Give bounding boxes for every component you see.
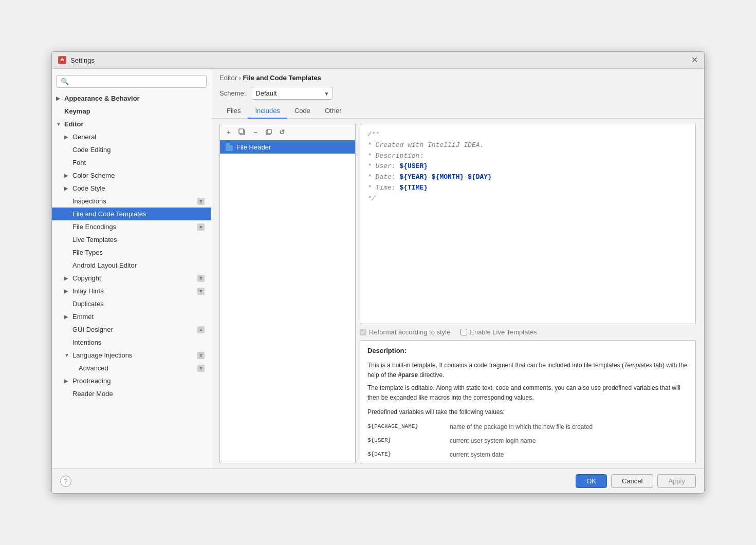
reformat-checkbox-label[interactable]: Reformat according to style bbox=[360, 328, 450, 336]
desc-var-row-package: ${PACKAGE_NAME} name of the package in w… bbox=[367, 422, 688, 432]
sidebar-item-font[interactable]: Font bbox=[52, 156, 211, 169]
sidebar-item-file-and-code-templates[interactable]: File and Code Templates bbox=[52, 208, 211, 220]
svg-rect-2 bbox=[239, 129, 244, 134]
expand-icon: ▶ bbox=[64, 378, 70, 384]
list-item-file-header-label: File Header bbox=[236, 143, 271, 151]
tab-other[interactable]: Other bbox=[318, 104, 349, 119]
dialog-title: Settings bbox=[70, 57, 95, 64]
desc-var-row-date: ${DATE} current system date bbox=[367, 450, 688, 460]
desc-var-desc-user: current user system login name bbox=[450, 436, 536, 446]
tabs-bar: Files Includes Code Other bbox=[211, 104, 704, 119]
sidebar-item-intentions[interactable]: Intentions bbox=[52, 336, 211, 349]
inlay-hints-badge: ≡ bbox=[197, 288, 205, 295]
expand-icon: ▶ bbox=[64, 185, 70, 191]
split-area: + − bbox=[211, 119, 704, 468]
description-intro: This is a built-in template. It contains… bbox=[367, 361, 688, 380]
advanced-badge: ≡ bbox=[197, 365, 205, 372]
sidebar-item-inspections[interactable]: Inspections ≡ bbox=[52, 195, 211, 208]
app-icon bbox=[58, 56, 66, 64]
scheme-select-wrapper[interactable]: Default Project ▼ bbox=[251, 87, 333, 100]
sidebar-item-proofreading[interactable]: ▶ Proofreading bbox=[52, 374, 211, 387]
duplicate-button[interactable] bbox=[263, 126, 274, 138]
live-templates-checkbox-label[interactable]: Enable Live Templates bbox=[460, 328, 537, 336]
desc-var-name-date: ${DATE} bbox=[367, 450, 439, 460]
file-encodings-badge: ≡ bbox=[197, 223, 205, 231]
options-bar: Reformat according to style Enable Live … bbox=[360, 328, 696, 336]
desc-var-desc-date: current system date bbox=[450, 450, 504, 460]
sidebar-item-gui-designer[interactable]: GUI Designer ≡ bbox=[52, 323, 211, 336]
sidebar-item-editor[interactable]: ▼ Editor bbox=[52, 118, 211, 130]
sidebar-item-android-layout-editor[interactable]: Android Layout Editor bbox=[52, 259, 211, 272]
sidebar-item-duplicates[interactable]: Duplicates bbox=[52, 297, 211, 310]
description-title: Description: bbox=[367, 346, 688, 356]
file-icon bbox=[225, 143, 233, 151]
title-bar: Settings ✕ bbox=[52, 52, 704, 69]
scheme-select[interactable]: Default Project bbox=[251, 87, 333, 100]
live-templates-label: Enable Live Templates bbox=[470, 328, 537, 336]
code-editor[interactable]: /** * Created with IntelliJ IDEA. * Desc… bbox=[360, 124, 696, 324]
main-content: Editor › File and Code Templates Scheme:… bbox=[211, 69, 704, 468]
tab-includes[interactable]: Includes bbox=[248, 104, 287, 119]
description-panel: Description: This is a built-in template… bbox=[360, 340, 696, 463]
sidebar-item-copyright[interactable]: ▶ Copyright ≡ bbox=[52, 272, 211, 285]
sidebar-item-language-injections[interactable]: ▼ Language Injections ≡ bbox=[52, 349, 211, 362]
sidebar-item-emmet[interactable]: ▶ Emmet bbox=[52, 310, 211, 323]
list-item-file-header[interactable]: File Header bbox=[220, 140, 355, 154]
add-button[interactable]: + bbox=[223, 126, 234, 138]
tab-code[interactable]: Code bbox=[287, 104, 318, 119]
expand-icon: ▶ bbox=[64, 134, 70, 140]
copy-button[interactable] bbox=[236, 126, 248, 138]
sidebar: ▶ Appearance & Behavior Keymap ▼ Editor … bbox=[52, 69, 211, 468]
expand-icon: ▼ bbox=[56, 121, 62, 127]
language-injections-badge: ≡ bbox=[197, 352, 205, 359]
reformat-checkbox[interactable] bbox=[360, 329, 366, 335]
inspections-badge: ≡ bbox=[197, 198, 205, 205]
svg-rect-4 bbox=[267, 129, 271, 134]
breadcrumb: Editor › File and Code Templates bbox=[211, 69, 704, 85]
desc-var-desc-package: name of the package in which the new fil… bbox=[450, 422, 593, 432]
sidebar-item-inlay-hints[interactable]: ▶ Inlay Hints ≡ bbox=[52, 285, 211, 297]
sidebar-item-reader-mode[interactable]: Reader Mode bbox=[52, 387, 211, 400]
sidebar-item-keymap[interactable]: Keymap bbox=[52, 105, 211, 118]
settings-dialog: Settings ✕ ▶ Appearance & Behavior Keyma… bbox=[51, 51, 705, 494]
reset-button[interactable]: ↺ bbox=[276, 126, 288, 138]
apply-button[interactable]: Apply bbox=[657, 474, 696, 488]
sidebar-item-file-types[interactable]: File Types bbox=[52, 246, 211, 259]
left-panel-toolbar: + − bbox=[220, 124, 355, 140]
expand-icon: ▶ bbox=[64, 173, 70, 178]
description-predefined-label: Predefined variables will take the follo… bbox=[367, 407, 688, 417]
search-input[interactable] bbox=[56, 75, 207, 88]
left-panel: + − bbox=[219, 124, 356, 463]
sidebar-item-color-scheme[interactable]: ▶ Color Scheme bbox=[52, 169, 211, 182]
scheme-label: Scheme: bbox=[219, 89, 246, 97]
help-button[interactable]: ? bbox=[60, 476, 71, 487]
dialog-body: ▶ Appearance & Behavior Keymap ▼ Editor … bbox=[52, 69, 704, 468]
sidebar-item-code-style[interactable]: ▶ Code Style bbox=[52, 182, 211, 195]
live-templates-checkbox[interactable] bbox=[460, 329, 467, 335]
gui-designer-badge: ≡ bbox=[197, 326, 205, 333]
sidebar-item-advanced[interactable]: Advanced ≡ bbox=[52, 362, 211, 374]
title-bar-left: Settings bbox=[58, 56, 95, 64]
sidebar-item-general[interactable]: ▶ General bbox=[52, 130, 211, 143]
sidebar-item-appearance[interactable]: ▶ Appearance & Behavior bbox=[52, 92, 211, 105]
expand-icon: ▶ bbox=[64, 288, 70, 294]
remove-button[interactable]: − bbox=[250, 126, 261, 138]
dialog-footer: ? OK Cancel Apply bbox=[52, 468, 704, 493]
tab-files[interactable]: Files bbox=[219, 104, 248, 119]
description-editable-note: The template is editable. Along with sta… bbox=[367, 383, 688, 403]
reformat-label: Reformat according to style bbox=[369, 328, 450, 336]
cancel-button[interactable]: Cancel bbox=[611, 474, 653, 488]
breadcrumb-current: File and Code Templates bbox=[243, 74, 321, 82]
expand-icon: ▶ bbox=[56, 96, 62, 101]
expand-icon: ▶ bbox=[64, 314, 70, 320]
scheme-bar: Scheme: Default Project ▼ bbox=[211, 85, 704, 104]
expand-icon: ▶ bbox=[64, 275, 70, 281]
desc-var-name-package: ${PACKAGE_NAME} bbox=[367, 422, 439, 432]
ok-button[interactable]: OK bbox=[576, 474, 607, 488]
close-button[interactable]: ✕ bbox=[691, 56, 698, 64]
sidebar-item-code-editing[interactable]: Code Editing bbox=[52, 143, 211, 156]
sidebar-item-live-templates[interactable]: Live Templates bbox=[52, 233, 211, 246]
sidebar-item-file-encodings[interactable]: File Encodings ≡ bbox=[52, 220, 211, 233]
expand-icon: ▼ bbox=[64, 352, 70, 358]
desc-var-name-user: ${USER} bbox=[367, 436, 439, 446]
